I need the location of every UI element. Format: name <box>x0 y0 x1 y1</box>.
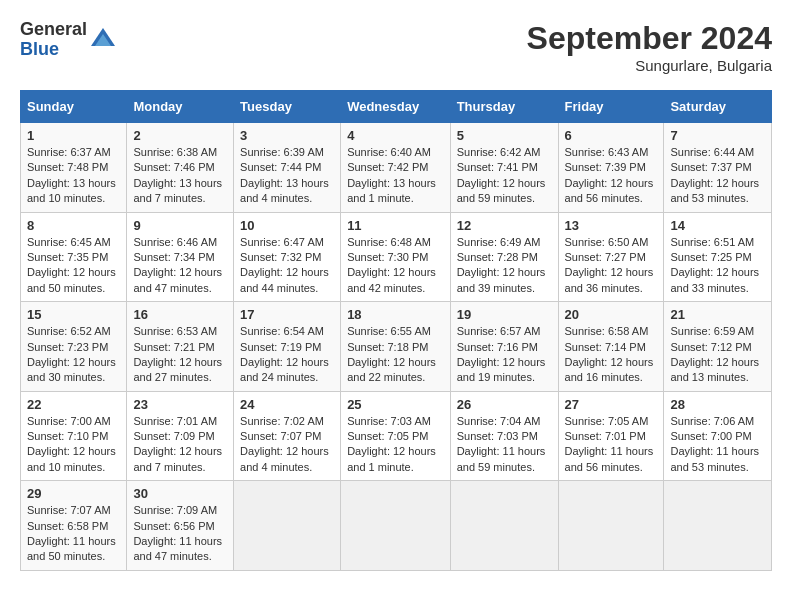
day-number: 26 <box>457 397 552 412</box>
day-number: 13 <box>565 218 658 233</box>
calendar-day-cell: 1 Sunrise: 6:37 AMSunset: 7:48 PMDayligh… <box>21 123 127 213</box>
day-of-week-header: Sunday <box>21 91 127 123</box>
calendar-day-cell: 21 Sunrise: 6:59 AMSunset: 7:12 PMDaylig… <box>664 302 772 392</box>
day-info: Sunrise: 6:55 AMSunset: 7:18 PMDaylight:… <box>347 325 436 383</box>
day-info: Sunrise: 6:51 AMSunset: 7:25 PMDaylight:… <box>670 236 759 294</box>
day-number: 6 <box>565 128 658 143</box>
day-info: Sunrise: 6:49 AMSunset: 7:28 PMDaylight:… <box>457 236 546 294</box>
day-number: 18 <box>347 307 444 322</box>
calendar-day-cell: 9 Sunrise: 6:46 AMSunset: 7:34 PMDayligh… <box>127 212 234 302</box>
calendar-day-cell: 15 Sunrise: 6:52 AMSunset: 7:23 PMDaylig… <box>21 302 127 392</box>
calendar-day-cell: 18 Sunrise: 6:55 AMSunset: 7:18 PMDaylig… <box>341 302 451 392</box>
day-info: Sunrise: 6:38 AMSunset: 7:46 PMDaylight:… <box>133 146 222 204</box>
calendar-day-cell: 3 Sunrise: 6:39 AMSunset: 7:44 PMDayligh… <box>234 123 341 213</box>
day-number: 10 <box>240 218 334 233</box>
day-info: Sunrise: 6:42 AMSunset: 7:41 PMDaylight:… <box>457 146 546 204</box>
day-info: Sunrise: 6:45 AMSunset: 7:35 PMDaylight:… <box>27 236 116 294</box>
day-number: 8 <box>27 218 120 233</box>
calendar-day-cell: 29 Sunrise: 7:07 AMSunset: 6:58 PMDaylig… <box>21 481 127 571</box>
day-info: Sunrise: 7:00 AMSunset: 7:10 PMDaylight:… <box>27 415 116 473</box>
calendar-day-cell: 13 Sunrise: 6:50 AMSunset: 7:27 PMDaylig… <box>558 212 664 302</box>
calendar-day-cell <box>558 481 664 571</box>
calendar-day-cell: 7 Sunrise: 6:44 AMSunset: 7:37 PMDayligh… <box>664 123 772 213</box>
calendar-day-cell: 16 Sunrise: 6:53 AMSunset: 7:21 PMDaylig… <box>127 302 234 392</box>
calendar-day-cell: 27 Sunrise: 7:05 AMSunset: 7:01 PMDaylig… <box>558 391 664 481</box>
day-number: 24 <box>240 397 334 412</box>
day-number: 28 <box>670 397 765 412</box>
day-of-week-header: Monday <box>127 91 234 123</box>
day-number: 25 <box>347 397 444 412</box>
day-number: 2 <box>133 128 227 143</box>
day-info: Sunrise: 7:04 AMSunset: 7:03 PMDaylight:… <box>457 415 546 473</box>
day-info: Sunrise: 6:50 AMSunset: 7:27 PMDaylight:… <box>565 236 654 294</box>
day-info: Sunrise: 6:52 AMSunset: 7:23 PMDaylight:… <box>27 325 116 383</box>
calendar-day-cell: 11 Sunrise: 6:48 AMSunset: 7:30 PMDaylig… <box>341 212 451 302</box>
logo-icon <box>89 26 117 54</box>
calendar-day-cell: 22 Sunrise: 7:00 AMSunset: 7:10 PMDaylig… <box>21 391 127 481</box>
day-info: Sunrise: 7:02 AMSunset: 7:07 PMDaylight:… <box>240 415 329 473</box>
calendar-day-cell: 20 Sunrise: 6:58 AMSunset: 7:14 PMDaylig… <box>558 302 664 392</box>
calendar-day-cell: 8 Sunrise: 6:45 AMSunset: 7:35 PMDayligh… <box>21 212 127 302</box>
day-number: 19 <box>457 307 552 322</box>
day-info: Sunrise: 6:59 AMSunset: 7:12 PMDaylight:… <box>670 325 759 383</box>
calendar-day-cell: 30 Sunrise: 7:09 AMSunset: 6:56 PMDaylig… <box>127 481 234 571</box>
calendar-header-row: SundayMondayTuesdayWednesdayThursdayFrid… <box>21 91 772 123</box>
day-info: Sunrise: 6:43 AMSunset: 7:39 PMDaylight:… <box>565 146 654 204</box>
page-header: General Blue September 2024 Sungurlare, … <box>20 20 772 74</box>
day-number: 27 <box>565 397 658 412</box>
subtitle: Sungurlare, Bulgaria <box>527 57 772 74</box>
day-info: Sunrise: 6:46 AMSunset: 7:34 PMDaylight:… <box>133 236 222 294</box>
day-info: Sunrise: 7:09 AMSunset: 6:56 PMDaylight:… <box>133 504 222 562</box>
day-info: Sunrise: 7:01 AMSunset: 7:09 PMDaylight:… <box>133 415 222 473</box>
calendar-week-row: 8 Sunrise: 6:45 AMSunset: 7:35 PMDayligh… <box>21 212 772 302</box>
day-number: 12 <box>457 218 552 233</box>
calendar-day-cell: 17 Sunrise: 6:54 AMSunset: 7:19 PMDaylig… <box>234 302 341 392</box>
calendar-day-cell <box>450 481 558 571</box>
calendar-week-row: 1 Sunrise: 6:37 AMSunset: 7:48 PMDayligh… <box>21 123 772 213</box>
calendar-day-cell <box>341 481 451 571</box>
day-info: Sunrise: 7:03 AMSunset: 7:05 PMDaylight:… <box>347 415 436 473</box>
logo-general: General <box>20 20 87 40</box>
day-info: Sunrise: 7:07 AMSunset: 6:58 PMDaylight:… <box>27 504 116 562</box>
title-area: September 2024 Sungurlare, Bulgaria <box>527 20 772 74</box>
calendar-day-cell: 10 Sunrise: 6:47 AMSunset: 7:32 PMDaylig… <box>234 212 341 302</box>
calendar-day-cell: 14 Sunrise: 6:51 AMSunset: 7:25 PMDaylig… <box>664 212 772 302</box>
day-of-week-header: Wednesday <box>341 91 451 123</box>
calendar-day-cell <box>234 481 341 571</box>
day-number: 20 <box>565 307 658 322</box>
day-number: 5 <box>457 128 552 143</box>
calendar-day-cell: 6 Sunrise: 6:43 AMSunset: 7:39 PMDayligh… <box>558 123 664 213</box>
calendar-day-cell: 19 Sunrise: 6:57 AMSunset: 7:16 PMDaylig… <box>450 302 558 392</box>
day-number: 16 <box>133 307 227 322</box>
day-info: Sunrise: 6:58 AMSunset: 7:14 PMDaylight:… <box>565 325 654 383</box>
day-of-week-header: Friday <box>558 91 664 123</box>
day-number: 1 <box>27 128 120 143</box>
calendar-week-row: 15 Sunrise: 6:52 AMSunset: 7:23 PMDaylig… <box>21 302 772 392</box>
calendar-day-cell: 4 Sunrise: 6:40 AMSunset: 7:42 PMDayligh… <box>341 123 451 213</box>
calendar-day-cell <box>664 481 772 571</box>
day-number: 14 <box>670 218 765 233</box>
day-number: 23 <box>133 397 227 412</box>
calendar-day-cell: 26 Sunrise: 7:04 AMSunset: 7:03 PMDaylig… <box>450 391 558 481</box>
logo: General Blue <box>20 20 117 60</box>
day-of-week-header: Tuesday <box>234 91 341 123</box>
day-info: Sunrise: 7:06 AMSunset: 7:00 PMDaylight:… <box>670 415 759 473</box>
calendar-day-cell: 2 Sunrise: 6:38 AMSunset: 7:46 PMDayligh… <box>127 123 234 213</box>
calendar-week-row: 22 Sunrise: 7:00 AMSunset: 7:10 PMDaylig… <box>21 391 772 481</box>
calendar-day-cell: 5 Sunrise: 6:42 AMSunset: 7:41 PMDayligh… <box>450 123 558 213</box>
calendar-day-cell: 23 Sunrise: 7:01 AMSunset: 7:09 PMDaylig… <box>127 391 234 481</box>
day-number: 11 <box>347 218 444 233</box>
day-number: 29 <box>27 486 120 501</box>
day-of-week-header: Saturday <box>664 91 772 123</box>
day-number: 3 <box>240 128 334 143</box>
day-number: 30 <box>133 486 227 501</box>
calendar-day-cell: 12 Sunrise: 6:49 AMSunset: 7:28 PMDaylig… <box>450 212 558 302</box>
day-number: 7 <box>670 128 765 143</box>
day-number: 4 <box>347 128 444 143</box>
calendar-day-cell: 24 Sunrise: 7:02 AMSunset: 7:07 PMDaylig… <box>234 391 341 481</box>
day-info: Sunrise: 6:40 AMSunset: 7:42 PMDaylight:… <box>347 146 436 204</box>
day-number: 17 <box>240 307 334 322</box>
day-number: 15 <box>27 307 120 322</box>
calendar-day-cell: 25 Sunrise: 7:03 AMSunset: 7:05 PMDaylig… <box>341 391 451 481</box>
calendar-week-row: 29 Sunrise: 7:07 AMSunset: 6:58 PMDaylig… <box>21 481 772 571</box>
